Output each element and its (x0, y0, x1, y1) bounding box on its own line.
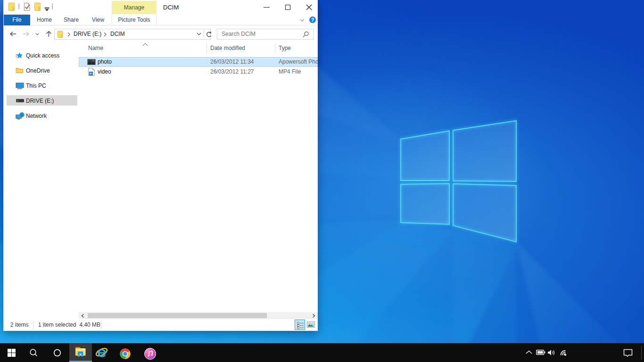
svg-text:?: ? (311, 17, 314, 23)
